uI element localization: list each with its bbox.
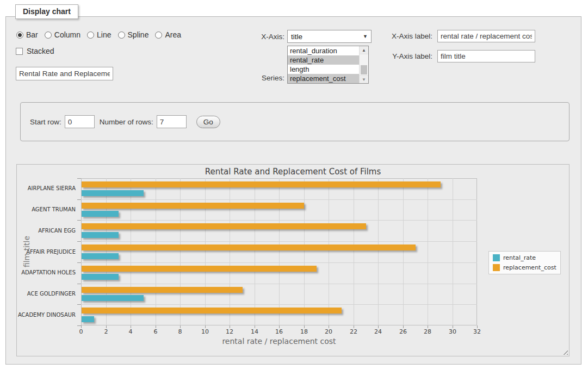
gridline-vertical: [156, 178, 156, 325]
chart-type-label-area: Area: [165, 30, 181, 39]
x-axis-select[interactable]: title ▼: [287, 30, 372, 43]
stacked-checkbox[interactable]: [16, 48, 23, 55]
x-axis-label-input[interactable]: [437, 30, 535, 42]
resize-handle-icon[interactable]: [561, 348, 568, 355]
chart-type-options: BarColumnLineSplineArea: [16, 30, 181, 39]
bar-rental_rate: [82, 295, 144, 301]
gridline-vertical: [378, 178, 379, 325]
x-tick-label: 10: [201, 328, 209, 335]
gridline-horizontal: [81, 241, 477, 242]
y-tick-mark: [77, 325, 81, 326]
y-tick-mark: [77, 304, 81, 305]
number-of-rows-input[interactable]: [157, 115, 187, 128]
series-select-label: Series:: [239, 74, 284, 82]
x-axis-select-label: X-Axis:: [239, 33, 284, 41]
chart-type-option-line[interactable]: Line: [87, 30, 111, 39]
chart-type-option-area[interactable]: Area: [155, 30, 181, 39]
series-option-length[interactable]: length: [288, 65, 359, 74]
gridline-vertical: [106, 178, 107, 325]
panel-title: Display chart: [15, 4, 78, 19]
legend-label: rental_rate: [503, 254, 536, 261]
gridline-vertical: [205, 178, 206, 325]
legend-swatch-icon: [493, 264, 500, 271]
bar-replacement_cost: [82, 181, 441, 187]
y-category-label: ACE GOLDFINGER: [17, 291, 76, 297]
go-button[interactable]: Go: [196, 116, 220, 128]
gridline-vertical: [255, 178, 255, 325]
bar-replacement_cost: [82, 223, 366, 229]
chart-type-option-spline[interactable]: Spline: [118, 30, 149, 39]
series-option-replacement_cost[interactable]: replacement_cost: [288, 74, 359, 83]
stacked-option[interactable]: Stacked: [16, 47, 54, 55]
x-tick-label: 22: [350, 328, 357, 335]
y-tick-mark: [77, 220, 81, 221]
x-tick-label: 8: [178, 328, 182, 335]
scroll-down-button[interactable]: ▼: [360, 75, 368, 83]
gridline-vertical: [403, 178, 404, 325]
chart-type-label-bar: Bar: [26, 30, 38, 39]
legend-item: rental_rate: [493, 254, 556, 261]
series-select[interactable]: rental_durationrental_ratelengthreplacem…: [287, 46, 369, 84]
gridline-vertical: [180, 178, 181, 325]
bar-rental_rate: [82, 232, 119, 238]
bar-replacement_cost: [82, 244, 416, 250]
bar-rental_rate: [82, 211, 119, 217]
gridline-horizontal: [81, 284, 477, 284]
series-scrollbar[interactable]: ▲ ▼: [359, 46, 368, 83]
bar-replacement_cost: [82, 266, 317, 272]
chart-type-option-column[interactable]: Column: [45, 30, 81, 39]
radio-line[interactable]: [87, 32, 94, 39]
y-category-label: AIRPLANE SIERRA: [17, 185, 76, 192]
radio-spline[interactable]: [118, 32, 125, 39]
bar-rental_rate: [82, 274, 119, 280]
y-axis-label-field-label: Y-Axis label:: [383, 52, 432, 60]
series-option-rental_duration[interactable]: rental_duration: [288, 46, 359, 55]
chart-type-option-bar[interactable]: Bar: [16, 30, 38, 39]
bar-replacement_cost: [82, 308, 342, 313]
x-tick-label: 0: [79, 328, 83, 335]
gridline-vertical: [304, 178, 305, 325]
gridline-vertical: [453, 178, 453, 325]
gridline-horizontal: [81, 199, 477, 200]
chart-type-label-line: Line: [97, 30, 111, 39]
legend-label: replacement_cost: [503, 264, 556, 271]
y-axis-label-input[interactable]: [437, 50, 535, 62]
y-axis-title: film title: [22, 236, 31, 267]
scrollbar-thumb[interactable]: [361, 65, 367, 74]
gridline-vertical: [428, 178, 428, 325]
series-option-rental_rate[interactable]: rental_rate: [288, 55, 359, 65]
x-axis-title: rental rate / replacement cost: [81, 337, 477, 346]
x-tick-label: 18: [300, 328, 308, 335]
bar-rental_rate: [82, 316, 94, 322]
x-tick-label: 24: [374, 328, 382, 335]
legend-item: replacement_cost: [493, 264, 556, 271]
scroll-down-icon: ▼: [362, 77, 366, 82]
x-tick-label: 20: [325, 328, 332, 335]
chart-type-label-column: Column: [54, 30, 81, 39]
chart-legend: rental_ratereplacement_cost: [488, 251, 561, 274]
radio-bar[interactable]: [16, 32, 23, 39]
gridline-vertical: [354, 178, 354, 325]
y-tick-mark: [77, 262, 81, 263]
gridline-vertical: [329, 178, 329, 325]
scroll-up-button[interactable]: ▲: [360, 46, 368, 54]
number-of-rows-label: Number of rows:: [100, 118, 153, 126]
start-row-input[interactable]: [65, 115, 95, 128]
row-controls-panel: Start row: Number of rows: Go: [20, 102, 570, 141]
chart-area: Rental Rate and Replacement Cost of Film…: [16, 164, 570, 356]
gridline-vertical: [131, 178, 131, 325]
x-axis-selected-value: title: [291, 33, 302, 41]
x-tick-label: 28: [424, 328, 431, 335]
chart-title-input[interactable]: [16, 67, 113, 80]
start-row-label: Start row:: [30, 118, 61, 126]
gridline-horizontal: [81, 262, 477, 263]
y-category-label: ACADEMY DINOSAUR: [17, 312, 76, 318]
radio-column[interactable]: [45, 32, 52, 39]
chart-type-label-spline: Spline: [128, 30, 149, 39]
gridline-vertical: [279, 178, 280, 325]
bar-replacement_cost: [82, 287, 243, 293]
radio-area[interactable]: [155, 32, 162, 39]
series-options: rental_durationrental_ratelengthreplacem…: [288, 46, 359, 83]
x-axis-label-field-label: X-Axis label:: [383, 32, 432, 40]
x-tick-label: 4: [129, 328, 133, 335]
